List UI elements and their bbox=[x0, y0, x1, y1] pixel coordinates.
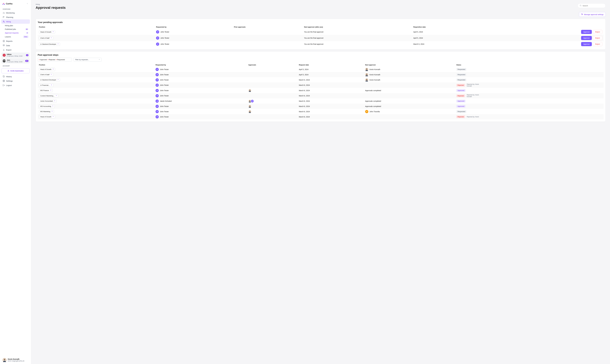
position-label: Jr Financial... bbox=[40, 84, 50, 86]
past-approvals-card: Past approval steps ×Approved ×Rejected … bbox=[36, 52, 606, 122]
svg-point-26 bbox=[366, 74, 367, 75]
position-chip[interactable]: Chief of Staff bbox=[39, 73, 53, 76]
nav-logout[interactable]: Logout bbox=[1, 83, 30, 88]
table-row: Jr Financial... JTJohn Tester March 8, 2… bbox=[38, 82, 604, 88]
remove-icon: × bbox=[39, 59, 40, 61]
nav-monitoring[interactable]: Monitoring bbox=[1, 11, 30, 15]
remove-icon: × bbox=[56, 59, 57, 61]
nav-data[interactable]: Data bbox=[1, 43, 30, 48]
section-account-label: ACCOUNT bbox=[1, 64, 30, 67]
position-chip[interactable]: WS Finance bbox=[39, 89, 53, 92]
position-label: Chief of Staff bbox=[40, 37, 49, 39]
subnav-approval-requests[interactable]: Approval requests 3 bbox=[3, 31, 30, 35]
subnav-label: Approval requests bbox=[5, 32, 19, 34]
request-date: March 8, 2024 bbox=[298, 114, 364, 119]
layers-icon bbox=[3, 44, 5, 47]
position-label: WS Finance bbox=[40, 90, 49, 91]
collapse-sidebar-button[interactable] bbox=[26, 2, 29, 5]
svg-marker-11 bbox=[3, 45, 5, 46]
status-badge: Approved bbox=[456, 89, 466, 92]
download-icon bbox=[3, 49, 5, 51]
position-chip[interactable]: Junior Accountant bbox=[39, 99, 57, 103]
past-table: PositionRequested byApprovalsRequest dat… bbox=[38, 63, 604, 119]
external-link-icon bbox=[51, 111, 53, 112]
request-date: April 5, 2024 bbox=[298, 67, 364, 72]
nav-history[interactable]: History bbox=[1, 74, 30, 79]
position-chip[interactable]: Head of Growth bbox=[39, 68, 55, 71]
request-date: March 8, 2024 bbox=[298, 82, 364, 88]
subnav-hiring-plan[interactable]: Hiring plan bbox=[3, 24, 30, 27]
position-label: Head of Growth bbox=[40, 31, 51, 33]
subnav-published-jobs[interactable]: Published jobs 25 bbox=[3, 27, 30, 31]
svg-point-19 bbox=[581, 14, 582, 14]
filter-chip-requested[interactable]: ×Requested bbox=[56, 59, 65, 61]
report-icon bbox=[3, 40, 5, 42]
subnav-leavers[interactable]: Leavers Beta bbox=[3, 35, 30, 39]
position-chip[interactable]: Content Marketing... bbox=[39, 94, 58, 97]
user-name: Kevin Konrath bbox=[8, 358, 24, 360]
status-filter-multiselect[interactable]: ×Approved ×Rejected ×Requested bbox=[38, 58, 72, 62]
search-icon bbox=[580, 4, 582, 7]
reject-button[interactable]: Reject bbox=[593, 30, 602, 34]
search-box[interactable] bbox=[578, 3, 606, 8]
nav-hiring[interactable]: Hiring bbox=[1, 19, 30, 24]
manage-approval-settings-button[interactable]: Manage approval settings bbox=[579, 12, 606, 17]
nav-label: History bbox=[6, 76, 12, 78]
card-title: Your pending approvals bbox=[38, 21, 604, 24]
column-header: Requested by bbox=[155, 25, 233, 29]
status-note: Rejected by: Kevin Konrath bbox=[467, 83, 484, 87]
approve-button[interactable]: Approve bbox=[581, 36, 592, 40]
avatar bbox=[248, 110, 251, 113]
requester-filter-select[interactable]: Filter by requester... bbox=[74, 58, 102, 62]
invite-teammates-button[interactable]: Invite teammates bbox=[1, 68, 30, 73]
position-chip[interactable]: Jr. Backend Developer bbox=[39, 42, 60, 46]
position-chip[interactable]: Head of Growth bbox=[39, 115, 55, 118]
breadcrumb[interactable]: Hiring bbox=[36, 3, 66, 5]
avatar: JS bbox=[155, 100, 159, 103]
page-title: Approval requests bbox=[36, 6, 66, 10]
nav-label: Data bbox=[6, 44, 10, 47]
nav-label: Settings bbox=[6, 80, 13, 82]
reject-button[interactable]: Reject bbox=[593, 36, 602, 40]
position-chip[interactable]: WS Marketing bbox=[39, 110, 54, 113]
requested-by: JTJohn Tester bbox=[155, 89, 246, 92]
position-chip[interactable]: WS Accounting bbox=[39, 105, 55, 108]
next-approver: Approvals completed bbox=[365, 90, 381, 91]
external-link-icon bbox=[54, 100, 55, 102]
status-badge: Requested bbox=[456, 110, 466, 113]
integration-card[interactable]: JOIN Join Last sync: 08 Apr, 10:04 25 bbox=[1, 58, 30, 64]
status-badge: Rejected bbox=[456, 94, 465, 97]
nav-reports[interactable]: Reports bbox=[1, 39, 30, 43]
gear-icon bbox=[3, 80, 5, 82]
reject-button[interactable]: Reject bbox=[593, 42, 602, 46]
nav-settings[interactable]: Settings bbox=[1, 79, 30, 83]
search-input[interactable] bbox=[582, 5, 604, 7]
filter-chip-approved[interactable]: ×Approved bbox=[39, 59, 47, 61]
requested-by: JTJohn Tester bbox=[155, 94, 246, 97]
approve-button[interactable]: Approve bbox=[581, 42, 592, 46]
next-approver: Approvals completed bbox=[365, 100, 381, 102]
position-chip[interactable]: Chief of Staff bbox=[39, 36, 53, 40]
requested-by: JTJohn Tester bbox=[155, 115, 246, 118]
filter-chip-rejected[interactable]: ×Rejected bbox=[48, 59, 55, 61]
requested-by: JTJohn Tester bbox=[156, 42, 231, 46]
logout-icon bbox=[3, 84, 5, 86]
next-approver: Kevin Konrath bbox=[365, 78, 454, 81]
user-footer[interactable]: Kevin Konrath kevin+staging@cartha.de bbox=[1, 356, 30, 363]
avatar: JT bbox=[155, 84, 159, 87]
count-badge: 25 bbox=[25, 28, 28, 30]
column-header: Next approver (after you) bbox=[303, 25, 412, 29]
position-chip[interactable]: Jr. Backend Developer bbox=[39, 78, 60, 81]
integration-card[interactable]: b HiBob Last sync: 08 Apr, 10:04 4 bbox=[1, 52, 30, 58]
position-chip[interactable]: Head of Growth bbox=[39, 30, 55, 34]
status-note: Rejected by: Kevin Konrath bbox=[467, 94, 484, 97]
column-header: Prior approvals bbox=[233, 25, 303, 29]
nav-planning[interactable]: Planning bbox=[1, 15, 30, 19]
position-chip[interactable]: Jr Financial... bbox=[39, 84, 54, 87]
next-approver: Kevin Konrath bbox=[365, 68, 454, 71]
svg-point-20 bbox=[582, 14, 583, 14]
table-row: Jr. Backend Developer JTJohn Tester Marc… bbox=[38, 77, 604, 82]
card-title: Past approval steps bbox=[38, 54, 604, 56]
nav-export[interactable]: Export bbox=[1, 48, 30, 52]
approve-button[interactable]: Approve bbox=[581, 30, 592, 34]
